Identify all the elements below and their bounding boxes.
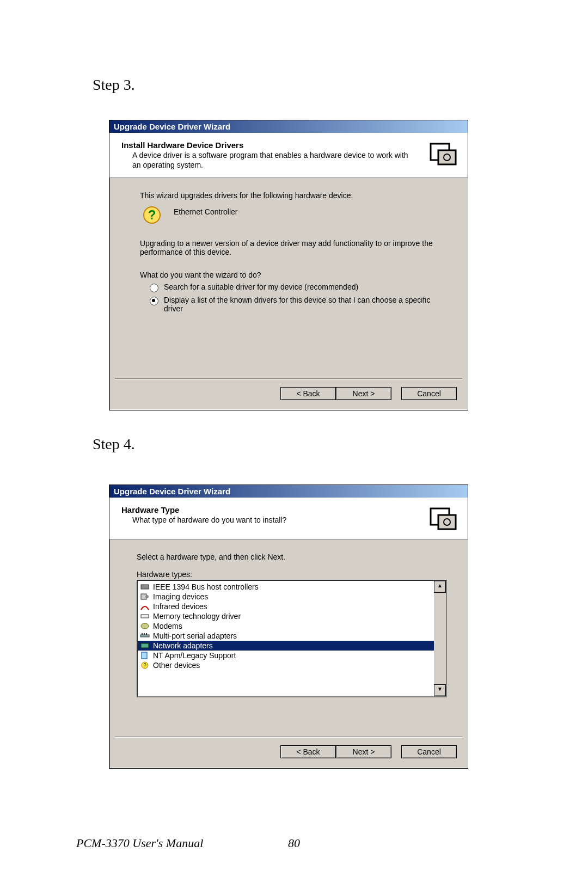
page-number: 80 [288, 836, 300, 850]
device-type-icon [140, 582, 150, 591]
svg-rect-16 [146, 633, 147, 635]
list-item-label: Imaging devices [153, 592, 208, 601]
radio-label-display-list: Display a list of the known drivers for … [164, 296, 444, 313]
svg-rect-15 [144, 633, 145, 635]
list-item-label: Modems [153, 622, 182, 630]
svg-rect-11 [141, 615, 149, 618]
device-type-icon [140, 622, 150, 630]
dialog1-intro: This wizard upgrades drivers for the fol… [140, 191, 452, 200]
hardware-types-listbox[interactable]: IEEE 1394 Bus host controllersImaging de… [137, 580, 447, 697]
list-item[interactable]: Network adapters [138, 641, 434, 651]
list-item-label: Network adapters [153, 641, 213, 650]
scroll-up-button[interactable]: ▲ [434, 581, 446, 593]
cancel-button[interactable]: Cancel [401, 387, 457, 400]
page-footer: PCM-3370 User's Manual 80 [76, 836, 512, 850]
radio-icon [150, 297, 158, 305]
dialog2-titlebar: Upgrade Device Driver Wizard [109, 485, 468, 498]
radio-icon [150, 284, 158, 292]
wizard-dialog-step3: Upgrade Device Driver Wizard Install Har… [109, 120, 468, 410]
svg-rect-6 [438, 515, 456, 529]
list-item-label: Multi-port serial adapters [153, 631, 237, 640]
list-item[interactable]: IEEE 1394 Bus host controllers [138, 582, 434, 592]
dialog2-header-subtitle: What type of hardware do you want to ins… [132, 516, 415, 525]
wizard-dialog-step4: Upgrade Device Driver Wizard Hardware Ty… [109, 485, 468, 769]
list-item[interactable]: Infrared devices [138, 602, 434, 611]
device-type-icon [140, 592, 150, 601]
dialog1-header-subtitle: A device driver is a software program th… [132, 151, 415, 170]
svg-rect-8 [141, 585, 149, 589]
hardware-types-label: Hardware types: [137, 570, 449, 579]
dialog1-header-title: Install Hardware Device Drivers [121, 140, 423, 150]
svg-rect-14 [142, 633, 143, 635]
svg-rect-18 [142, 652, 147, 659]
scroll-down-button[interactable]: ▼ [434, 684, 446, 696]
dialog1-titlebar: Upgrade Device Driver Wizard [109, 120, 468, 133]
radio-label-search: Search for a suitable driver for my devi… [164, 283, 358, 291]
dialog2-instruction: Select a hardware type, and then click N… [137, 553, 449, 561]
hardware-icon [428, 140, 458, 167]
list-item[interactable]: Modems [138, 621, 434, 631]
dialog1-question: What do you want the wizard to do? [140, 271, 452, 279]
list-item-label: Other devices [153, 661, 200, 670]
device-type-icon [140, 651, 150, 660]
list-item-label: Infrared devices [153, 602, 207, 611]
svg-rect-1 [438, 150, 456, 164]
dialog2-header-title: Hardware Type [121, 505, 423, 514]
svg-text:?: ? [143, 663, 146, 669]
svg-text:?: ? [148, 207, 156, 222]
step3-heading: Step 3. [93, 76, 135, 94]
dialog2-header: Hardware Type What type of hardware do y… [109, 498, 468, 539]
dialog1-header: Install Hardware Device Drivers A device… [109, 133, 468, 178]
next-button[interactable]: Next > [336, 387, 391, 400]
divider [115, 737, 462, 738]
list-item[interactable]: Multi-port serial adapters [138, 631, 434, 641]
next-button[interactable]: Next > [336, 745, 391, 758]
svg-point-10 [145, 595, 149, 598]
device-type-icon: ? [140, 661, 150, 670]
svg-rect-13 [140, 635, 149, 637]
back-button[interactable]: < Back [280, 387, 336, 400]
device-type-icon [140, 602, 150, 611]
scrollbar[interactable]: ▲ ▼ [434, 581, 446, 696]
radio-option-display-list[interactable]: Display a list of the known drivers for … [150, 296, 444, 313]
hardware-icon [428, 505, 458, 531]
list-item[interactable]: ?Other devices [138, 660, 434, 670]
radio-option-search[interactable]: Search for a suitable driver for my devi… [150, 283, 444, 292]
divider [115, 378, 462, 379]
back-button[interactable]: < Back [280, 745, 336, 758]
manual-title: PCM-3370 User's Manual [76, 836, 203, 850]
device-name: Ethernet Controller [174, 205, 238, 216]
list-item[interactable]: Imaging devices [138, 592, 434, 602]
list-item-label: NT Apm/Legacy Support [153, 651, 236, 660]
list-item[interactable]: NT Apm/Legacy Support [138, 651, 434, 660]
list-item-label: Memory technology driver [153, 612, 241, 621]
device-type-icon [140, 612, 150, 621]
step4-heading: Step 4. [93, 436, 135, 453]
list-item[interactable]: Memory technology driver [138, 611, 434, 621]
svg-rect-17 [141, 643, 149, 648]
device-type-icon [140, 641, 150, 650]
dialog1-upgrade-note: Upgrading to a newer version of a device… [140, 239, 445, 256]
list-item-label: IEEE 1394 Bus host controllers [153, 582, 259, 591]
svg-point-12 [141, 623, 149, 629]
device-type-icon [140, 631, 150, 640]
question-mark-icon: ? [142, 205, 164, 229]
cancel-button[interactable]: Cancel [401, 745, 457, 758]
